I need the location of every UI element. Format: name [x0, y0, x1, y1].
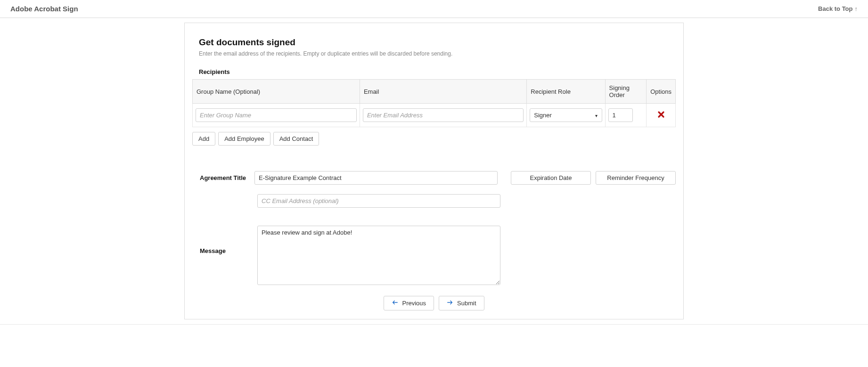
- message-label: Message: [200, 226, 250, 254]
- back-to-top-label: Back to Top: [818, 5, 852, 12]
- arrow-up-icon: ↑: [855, 5, 858, 12]
- back-to-top-link[interactable]: Back to Top ↑: [818, 5, 858, 12]
- bottom-divider: [0, 324, 868, 325]
- add-button[interactable]: Add: [192, 132, 215, 146]
- recipient-role-select[interactable]: Signer: [530, 108, 602, 122]
- previous-label: Previous: [402, 300, 426, 307]
- recipients-label: Recipients: [192, 68, 676, 75]
- message-textarea[interactable]: [257, 226, 500, 285]
- page-subheading: Enter the email address of the recipient…: [192, 50, 676, 57]
- submit-label: Submit: [457, 300, 476, 307]
- col-header-group: Group Name (Optional): [193, 80, 360, 104]
- recipients-table: Group Name (Optional) Email Recipient Ro…: [192, 79, 676, 127]
- topbar: Adobe Acrobat Sign Back to Top ↑: [0, 0, 868, 18]
- agreement-title-label: Agreement Title: [200, 174, 247, 181]
- app-title: Adobe Acrobat Sign: [10, 5, 78, 13]
- group-name-input[interactable]: [196, 108, 357, 122]
- add-contact-button[interactable]: Add Contact: [273, 132, 319, 146]
- arrow-left-icon: [392, 299, 398, 307]
- reminder-frequency-button[interactable]: Reminder Frequency: [596, 171, 676, 185]
- previous-button[interactable]: Previous: [384, 296, 434, 310]
- cc-email-input[interactable]: [257, 194, 500, 208]
- form-panel: Get documents signed Enter the email add…: [184, 23, 684, 319]
- email-input[interactable]: [363, 108, 524, 122]
- expiration-date-button[interactable]: Expiration Date: [511, 171, 591, 185]
- signing-order-input[interactable]: [608, 108, 633, 122]
- col-header-role: Recipient Role: [527, 80, 605, 104]
- submit-button[interactable]: Submit: [439, 296, 484, 310]
- col-header-email: Email: [360, 80, 526, 104]
- agreement-title-input[interactable]: [254, 171, 498, 185]
- page-heading: Get documents signed: [192, 37, 676, 48]
- arrow-right-icon: [447, 299, 453, 307]
- col-header-options: Options: [647, 80, 676, 104]
- close-icon: [657, 111, 665, 120]
- add-employee-button[interactable]: Add Employee: [218, 132, 270, 146]
- recipient-row: Signer: [193, 104, 676, 127]
- col-header-order: Signing Order: [605, 80, 647, 104]
- delete-row-button[interactable]: [655, 110, 667, 121]
